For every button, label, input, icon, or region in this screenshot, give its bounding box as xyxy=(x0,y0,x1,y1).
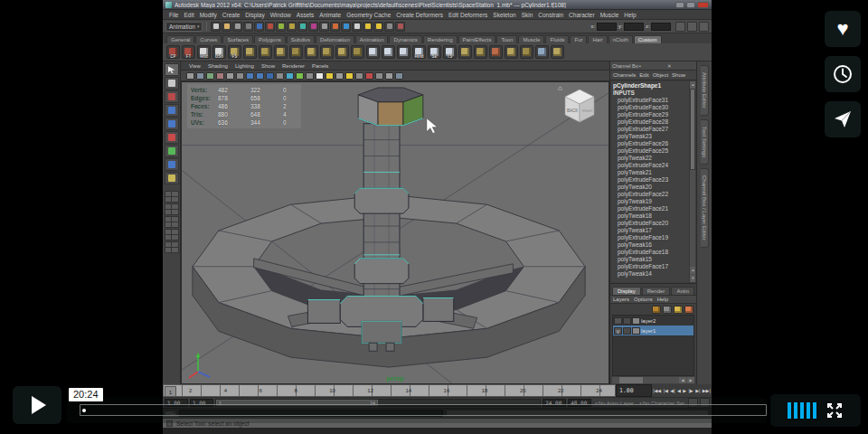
shelf-icon[interactable] xyxy=(289,45,303,59)
layer-menu-item[interactable]: Help xyxy=(657,297,668,302)
current-frame-marker[interactable]: 1 xyxy=(165,386,176,397)
panel-menu-item[interactable]: Panels xyxy=(309,63,331,69)
status-icon[interactable] xyxy=(384,22,394,32)
channel-item[interactable]: polyExtrudeFace29 xyxy=(611,111,695,118)
viewport-icon[interactable] xyxy=(395,72,403,80)
menu-item[interactable]: Animate xyxy=(316,12,344,18)
scrollbar-thumb[interactable] xyxy=(690,89,695,170)
layer-action-icon[interactable] xyxy=(652,306,661,314)
progress-bar[interactable] xyxy=(80,404,767,416)
status-icon[interactable] xyxy=(297,22,307,32)
viewport-icon[interactable] xyxy=(236,72,244,80)
channel-item[interactable]: polyTweak15 xyxy=(611,256,695,263)
shelf-icon[interactable]: FT xyxy=(182,45,195,59)
status-icon[interactable] xyxy=(232,22,242,32)
playback-button[interactable]: ▶ xyxy=(683,388,686,393)
channel-menu-item[interactable]: Edit xyxy=(639,72,648,78)
layer-row[interactable]: layer2 xyxy=(613,316,693,326)
menu-item[interactable]: Skin xyxy=(519,12,536,18)
shelf-icon[interactable] xyxy=(274,45,288,59)
shelf-tab[interactable]: Surfaces xyxy=(222,35,253,43)
shelf-icon[interactable]: CP xyxy=(166,45,180,59)
status-icon[interactable] xyxy=(287,22,297,32)
shelf-icon[interactable] xyxy=(259,45,272,59)
play-button[interactable] xyxy=(13,386,61,424)
viewport-icon[interactable] xyxy=(226,72,234,80)
status-icon[interactable] xyxy=(341,22,351,32)
channel-item[interactable]: polyTweak14 xyxy=(611,270,695,278)
shelf-icon[interactable] xyxy=(305,45,318,59)
channel-item[interactable]: polyTweak22 xyxy=(611,155,695,162)
side-tab[interactable]: Tool Settings xyxy=(701,119,709,165)
pin-icon[interactable]: ▪ xyxy=(638,63,666,69)
shelf-icon[interactable] xyxy=(397,45,410,59)
viewport-icon[interactable] xyxy=(186,72,194,80)
channelbox-toggle-button[interactable] xyxy=(687,22,697,32)
layer-visibility-toggle[interactable] xyxy=(614,317,622,325)
channel-item[interactable]: polyExtrudeFace17 xyxy=(611,263,695,270)
panel-menu-item[interactable]: Show xyxy=(259,63,278,69)
status-icon[interactable] xyxy=(363,22,373,32)
viewport-icon[interactable] xyxy=(365,72,373,80)
menu-item[interactable]: Edit xyxy=(181,12,196,18)
status-icon[interactable] xyxy=(319,22,329,32)
shelf-tab[interactable]: Deformation xyxy=(316,35,354,43)
channel-menu-item[interactable]: Object xyxy=(653,72,668,78)
playback-button[interactable]: ◀| xyxy=(670,388,675,393)
panel-menu-item[interactable]: Renderer xyxy=(279,63,307,69)
channel-menu-item[interactable]: Channels xyxy=(613,72,636,78)
layer-type-toggle[interactable] xyxy=(623,327,631,335)
layer-editor-tab[interactable]: Anim xyxy=(671,287,694,295)
coordinate-field[interactable] xyxy=(597,23,617,31)
shelf-icon[interactable] xyxy=(458,45,472,59)
menu-item[interactable]: Help xyxy=(621,12,638,18)
status-icon[interactable] xyxy=(265,22,275,32)
tool-button[interactable] xyxy=(165,145,179,157)
shelf-tab[interactable]: Dynamics xyxy=(389,35,421,43)
menu-item[interactable]: Character xyxy=(566,12,598,18)
playback-button[interactable]: |◀ xyxy=(664,388,668,393)
shelf-icon[interactable] xyxy=(505,45,518,59)
side-tab[interactable]: Channel Box / Layer Editor xyxy=(701,168,709,248)
viewport-icon[interactable] xyxy=(246,72,254,80)
view-cube[interactable]: ⌂ BACK RIGHT xyxy=(560,86,603,127)
close-button[interactable] xyxy=(697,2,709,8)
playback-button[interactable]: ▶▶| xyxy=(703,388,711,393)
viewport-icon[interactable] xyxy=(276,72,284,80)
shelf-tab[interactable]: Animation xyxy=(355,35,389,43)
channel-item[interactable]: polyTweak20 xyxy=(611,184,695,191)
viewport-icon[interactable] xyxy=(286,72,294,80)
playback-button[interactable]: ▶| xyxy=(695,388,700,393)
tool-button[interactable] xyxy=(165,90,179,103)
mode-selector-dropdown[interactable]: Animation ▾ xyxy=(165,22,203,32)
shelf-tab[interactable]: Toon xyxy=(496,35,517,43)
channel-item[interactable]: polyTweak23 xyxy=(611,133,695,140)
coordinate-field[interactable] xyxy=(624,23,644,31)
watch-later-button[interactable] xyxy=(825,56,861,92)
viewport-icon[interactable] xyxy=(256,72,264,80)
shelf-icon[interactable] xyxy=(551,45,564,59)
layout-hypershade-button[interactable] xyxy=(165,229,179,241)
layer-row[interactable]: V layer1 xyxy=(613,326,693,335)
scrollbar-thumb[interactable] xyxy=(619,377,643,383)
status-icon[interactable] xyxy=(352,22,362,32)
volume-control[interactable] xyxy=(788,402,816,419)
channel-item[interactable]: polyExtrudeFace19 xyxy=(611,234,695,241)
shelf-icon[interactable]: FS xyxy=(228,45,241,59)
panel-menu-item[interactable]: Shading xyxy=(205,63,231,69)
shelf-icon[interactable] xyxy=(520,45,533,59)
viewport-icon[interactable] xyxy=(196,72,204,80)
panel-menu-item[interactable]: Lighting xyxy=(232,63,257,69)
menu-item[interactable]: Modify xyxy=(197,12,220,18)
maximize-button[interactable] xyxy=(686,2,695,8)
status-icon[interactable] xyxy=(243,22,253,32)
vertical-scrollbar[interactable]: ▲ ▲ ▼ xyxy=(689,81,695,282)
status-icon[interactable] xyxy=(222,22,231,32)
shelf-icon[interactable]: DSo xyxy=(212,45,226,59)
minimize-button[interactable] xyxy=(675,2,684,8)
side-tab[interactable]: Attribute Editor xyxy=(701,65,709,116)
scroll-up-icon[interactable]: ▲ xyxy=(690,267,695,274)
like-button[interactable]: ♥ xyxy=(825,11,861,47)
viewport-icon[interactable] xyxy=(385,72,393,80)
channel-item[interactable]: polyTweak18 xyxy=(611,212,695,220)
